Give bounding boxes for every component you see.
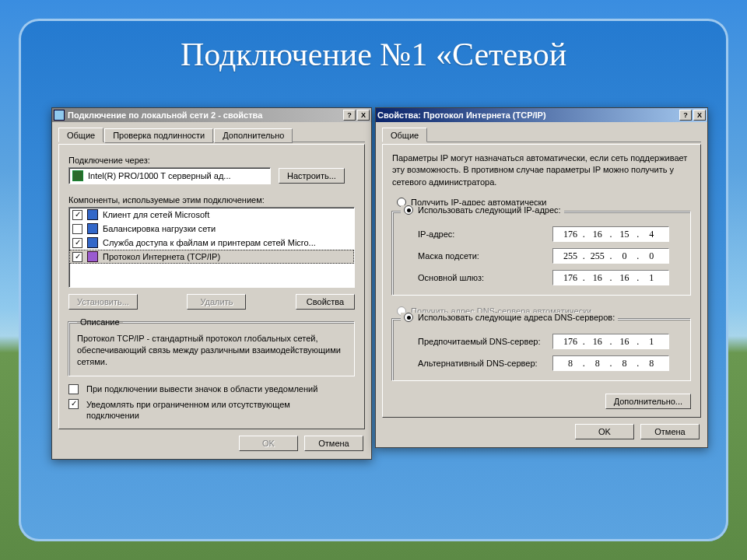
ok-button[interactable]: OK (239, 436, 298, 451)
radio-dns-manual-label: Использовать следующие адреса DNS-сервер… (418, 313, 615, 322)
tab-general[interactable]: Общие (58, 128, 103, 142)
service-icon (87, 223, 98, 234)
help-button[interactable]: ? (343, 110, 356, 121)
gateway-label: Основной шлюз: (418, 273, 546, 282)
close-button[interactable]: X (357, 110, 370, 121)
help-button[interactable]: ? (679, 110, 692, 121)
dns-manual-group: Использовать следующие адреса DNS-сервер… (392, 319, 691, 381)
dns1-field[interactable]: 176.16.16.1 (552, 334, 669, 349)
item-label: Клиент для сетей Microsoft (103, 210, 209, 219)
description-legend: Описание (77, 317, 123, 327)
ip-manual-group: Использовать следующий IP-адрес: IP-адре… (392, 212, 691, 296)
checkbox[interactable]: ✓ (72, 252, 82, 262)
ip-field[interactable]: 176.16.15.4 (552, 226, 669, 242)
tabstrip: Общие Проверка подлинности Дополнительно (58, 127, 365, 142)
tab-advanced[interactable]: Дополнительно (214, 128, 293, 143)
mask-label: Маска подсети: (418, 251, 546, 261)
tray-checkbox[interactable] (68, 384, 79, 394)
dns2-field[interactable]: 8.8.8.8 (552, 355, 669, 371)
install-button[interactable]: Установить... (68, 294, 138, 310)
checkbox[interactable] (72, 224, 82, 234)
close-button[interactable]: X (693, 110, 706, 121)
help-text: Параметры IP могут назначаться автоматич… (392, 152, 691, 188)
tab-general[interactable]: Общие (382, 128, 427, 142)
ip-label: IP-адрес: (418, 229, 546, 239)
titlebar[interactable]: Свойства: Протокол Интернета (TCP/IP) ? … (376, 108, 707, 122)
lan-properties-dialog: Подключение по локальной сети 2 - свойст… (51, 107, 372, 460)
radio-ip-manual-label: Использовать следующий IP-адрес: (418, 205, 561, 215)
notify-label: Уведомлять при ограниченном или отсутств… (86, 399, 343, 422)
advanced-button[interactable]: Дополнительно... (605, 394, 691, 409)
connect-via-label: Подключение через: (68, 156, 355, 165)
remove-button[interactable]: Удалить (187, 294, 246, 310)
window-title: Подключение по локальной сети 2 - свойст… (68, 110, 262, 120)
protocol-icon (87, 251, 98, 262)
components-list[interactable]: ✓ Клиент для сетей Microsoft Балансировк… (68, 207, 355, 288)
checkbox[interactable]: ✓ (72, 238, 82, 248)
list-item[interactable]: Балансировка нагрузки сети (69, 222, 354, 236)
tabstrip: Общие (382, 127, 701, 142)
titlebar[interactable]: Подключение по локальной сети 2 - свойст… (52, 108, 371, 122)
item-label: Балансировка нагрузки сети (103, 224, 216, 233)
radio-dns-manual[interactable] (404, 313, 413, 322)
dns2-label: Альтернативный DNS-сервер: (418, 359, 546, 368)
cancel-button[interactable]: Отмена (640, 424, 700, 439)
client-icon (87, 209, 98, 220)
radio-ip-manual[interactable] (404, 205, 413, 215)
service-icon (87, 237, 98, 248)
gateway-field[interactable]: 176.16.16.1 (552, 270, 669, 285)
list-item[interactable]: ✓ Протокол Интернета (TCP/IP) (69, 250, 354, 264)
ok-button[interactable]: OK (575, 424, 634, 439)
configure-button[interactable]: Настроить... (279, 168, 345, 184)
adapter-field: Intel(R) PRO/1000 T серверный ад... (68, 167, 271, 184)
notify-checkbox[interactable]: ✓ (68, 399, 79, 409)
app-icon (54, 110, 65, 121)
dns1-label: Предпочитаемый DNS-сервер: (418, 337, 546, 346)
checkbox[interactable]: ✓ (72, 210, 82, 220)
window-title: Свойства: Протокол Интернета (TCP/IP) (377, 110, 546, 120)
properties-button[interactable]: Свойства (296, 294, 355, 310)
cancel-button[interactable]: Отмена (304, 436, 363, 451)
mask-field[interactable]: 255.255.0.0 (552, 248, 669, 264)
slide-title: Подключение №1 «Сетевой (19, 19, 728, 73)
description-text: Протокол TCP/IP - стандартный протокол г… (77, 333, 346, 368)
list-item[interactable]: ✓ Служба доступа к файлам и принтерам се… (69, 236, 354, 250)
description-group: Описание Протокол TCP/IP - стандартный п… (68, 317, 355, 376)
item-label: Протокол Интернета (TCP/IP) (103, 252, 220, 261)
tab-auth[interactable]: Проверка подлинности (104, 128, 213, 143)
adapter-icon (72, 170, 83, 181)
list-item[interactable]: ✓ Клиент для сетей Microsoft (69, 208, 354, 222)
item-label: Служба доступа к файлам и принтерам сете… (103, 238, 316, 247)
tcpip-properties-dialog: Свойства: Протокол Интернета (TCP/IP) ? … (375, 107, 708, 448)
components-label: Компоненты, используемые этим подключени… (68, 195, 355, 205)
tray-label: При подключении вывести значок в области… (86, 384, 317, 394)
adapter-name: Intel(R) PRO/1000 T серверный ад... (88, 171, 231, 180)
